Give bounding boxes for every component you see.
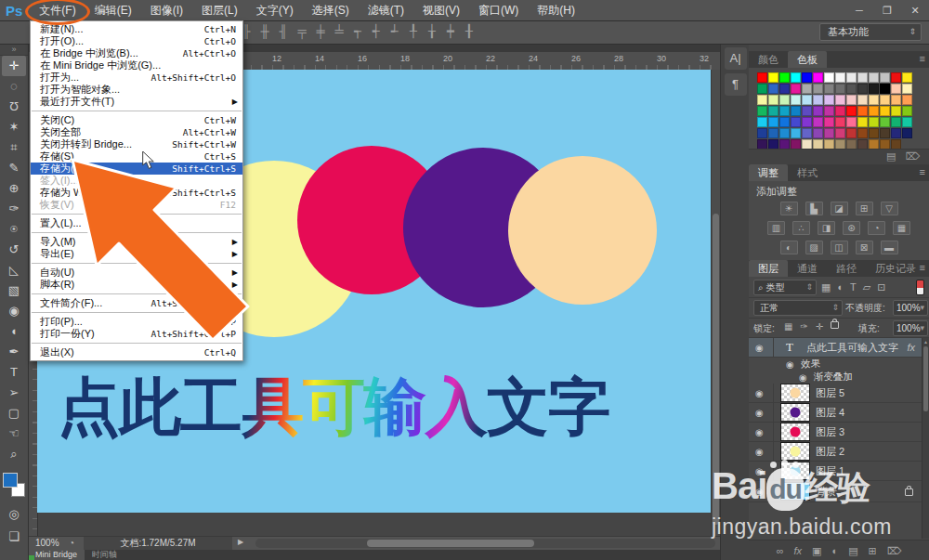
align-icon-9[interactable]: ╀ xyxy=(407,23,420,40)
fill-field[interactable]: 100%▾ xyxy=(893,320,928,336)
adjustment-icon-2-1[interactable]: ▨ xyxy=(805,241,823,254)
align-icon-2[interactable]: ╢ xyxy=(277,23,290,40)
layer-row[interactable]: ◉T点此工具可输入文字fx xyxy=(749,338,922,358)
align-icon-7[interactable]: ┽ xyxy=(370,23,383,40)
adjustment-icon-2-2[interactable]: ◫ xyxy=(831,241,848,254)
filter-kind-icon-4[interactable]: ⊡ xyxy=(877,280,885,294)
layers-tab[interactable]: 历史记录 xyxy=(866,260,925,277)
file-menu-item[interactable]: 在 Mini Bridge 中浏览(G)... xyxy=(31,59,242,72)
file-menu-item[interactable]: 打开为智能对象... xyxy=(31,84,242,96)
quick-mask-button[interactable]: ◎ xyxy=(2,504,26,525)
menubar-item[interactable]: 窗口(W) xyxy=(469,4,528,17)
color-swatch[interactable] xyxy=(757,106,767,116)
layer-row[interactable]: ◉渐变叠加 xyxy=(749,371,922,384)
adjustment-icon-1-2[interactable]: ◨ xyxy=(818,221,835,235)
delete-swatch-icon[interactable]: ⌦ xyxy=(905,150,920,163)
color-swatch[interactable] xyxy=(891,72,901,83)
color-swatch[interactable] xyxy=(902,72,912,83)
color-swatch[interactable] xyxy=(779,84,790,94)
layer-row[interactable]: ◉图层 5 xyxy=(749,384,922,403)
color-swatch[interactable] xyxy=(802,128,812,138)
bottom-tab[interactable]: 时间轴 xyxy=(85,550,124,560)
color-swatch[interactable] xyxy=(835,72,845,83)
adjustment-icon-0-0[interactable]: ☀ xyxy=(780,202,798,215)
pen-tool[interactable]: ✒ xyxy=(2,342,26,362)
horizontal-scrollbar-thumb[interactable] xyxy=(367,540,534,547)
workspace-switcher[interactable]: 基本功能 ⇕ xyxy=(819,23,922,41)
eye-icon[interactable]: ◉ xyxy=(755,427,764,437)
color-swatch[interactable] xyxy=(891,84,901,94)
file-menu-item[interactable]: 关闭并转到 Bridge...Shift+Ctrl+W xyxy=(31,138,242,150)
layers-tab[interactable]: 图层 xyxy=(749,260,788,277)
file-menu-item[interactable]: 退出(X)Ctrl+Q xyxy=(31,346,242,358)
color-swatch[interactable] xyxy=(835,95,845,105)
menubar-item[interactable]: 文字(Y) xyxy=(247,4,303,17)
color-swatch[interactable] xyxy=(880,128,890,138)
color-swatch[interactable] xyxy=(880,117,890,127)
color-swatch[interactable] xyxy=(891,128,901,138)
color-swatch[interactable] xyxy=(791,117,801,127)
adjustment-icon-1-5[interactable]: ▦ xyxy=(893,221,910,235)
marquee-tool[interactable]: ◌ xyxy=(2,76,26,97)
menubar-item[interactable]: 帮助(H) xyxy=(528,4,584,17)
hand-tool[interactable]: ☜ xyxy=(2,423,26,444)
clone-stamp-tool[interactable]: ⍟ xyxy=(2,219,26,240)
color-swatch[interactable] xyxy=(779,95,790,105)
layer-row[interactable]: ◉图层 4 xyxy=(749,403,922,423)
align-icon-6[interactable]: ┭ xyxy=(351,23,364,40)
color-swatch[interactable] xyxy=(813,128,823,138)
swatches-tab[interactable]: 颜色 xyxy=(749,51,788,68)
align-icon-4[interactable]: ╪ xyxy=(314,23,327,40)
file-menu-item[interactable]: 关闭全部Alt+Ctrl+W xyxy=(31,126,242,138)
color-swatch[interactable] xyxy=(824,95,834,105)
filter-toggle-switch[interactable] xyxy=(916,280,924,295)
menubar-item[interactable]: 编辑(E) xyxy=(85,4,141,17)
align-icon-3[interactable]: ╤ xyxy=(295,23,308,40)
color-swatch[interactable] xyxy=(802,117,812,127)
color-swatch[interactable] xyxy=(779,128,790,138)
align-icon-11[interactable]: ┿ xyxy=(444,23,457,40)
layers-footer-icon-2[interactable]: ▣ xyxy=(812,545,821,557)
panel-menu-icon[interactable]: ≡ xyxy=(920,166,925,177)
color-swatch[interactable] xyxy=(779,117,790,127)
type-tool[interactable]: T xyxy=(2,362,26,383)
color-swatch[interactable] xyxy=(880,106,890,116)
color-swatch[interactable] xyxy=(880,95,890,105)
color-swatch[interactable] xyxy=(835,84,845,94)
color-swatch[interactable] xyxy=(779,72,790,83)
file-menu-item[interactable]: 新建(N)...Ctrl+N xyxy=(31,23,242,35)
healing-brush-tool[interactable]: ⊕ xyxy=(2,178,26,199)
align-icon-1[interactable]: ╫ xyxy=(258,23,271,40)
status-menu-arrow-icon[interactable]: ▶ xyxy=(238,538,243,546)
color-swatch[interactable] xyxy=(824,117,834,127)
bottom-tab[interactable]: Mini Bridge xyxy=(28,550,85,560)
color-swatch[interactable] xyxy=(813,106,823,116)
adjustment-icon-2-3[interactable]: ⊠ xyxy=(856,241,873,254)
lock-all-icon[interactable] xyxy=(831,321,839,329)
file-menu-item[interactable]: 导入(M)▶ xyxy=(31,236,242,248)
gradient-tool[interactable]: ▧ xyxy=(2,280,26,301)
filter-kind-icon-1[interactable]: ◐ xyxy=(837,280,844,294)
file-menu-item[interactable]: 打印一份(Y)Alt+Shift+Ctrl+P xyxy=(31,328,242,340)
color-swatch[interactable] xyxy=(846,84,857,94)
file-menu-item[interactable]: 文件简介(F)...Alt+Shift+Ctrl+I xyxy=(31,297,242,309)
minimize-button[interactable]: ─ xyxy=(845,1,873,20)
adjustments-tab[interactable]: 调整 xyxy=(749,164,788,181)
layer-fx-icon[interactable]: fx xyxy=(907,342,915,353)
color-swatch[interactable] xyxy=(869,84,879,94)
adjustment-icon-0-3[interactable]: ⊞ xyxy=(856,202,873,215)
layers-footer-icon-1[interactable]: fx xyxy=(794,545,803,556)
color-swatch[interactable] xyxy=(880,84,890,94)
layer-thumbnail[interactable] xyxy=(780,442,810,461)
zoom-level-field[interactable]: 100% xyxy=(35,538,59,548)
layer-row[interactable]: ◉效果 xyxy=(749,358,922,371)
adjustment-icon-1-4[interactable]: ◔ xyxy=(868,221,885,235)
eye-icon[interactable]: ◉ xyxy=(799,372,807,383)
swatches-tab[interactable]: 色板 xyxy=(788,51,827,68)
color-swatch[interactable] xyxy=(791,106,801,116)
align-icon-10[interactable]: ╁ xyxy=(425,23,438,40)
color-swatch[interactable] xyxy=(791,72,801,83)
menubar-item[interactable]: 图像(I) xyxy=(141,4,192,17)
color-swatch[interactable] xyxy=(891,95,901,105)
file-menu-item[interactable]: 打开为...Alt+Shift+Ctrl+O xyxy=(31,72,242,84)
